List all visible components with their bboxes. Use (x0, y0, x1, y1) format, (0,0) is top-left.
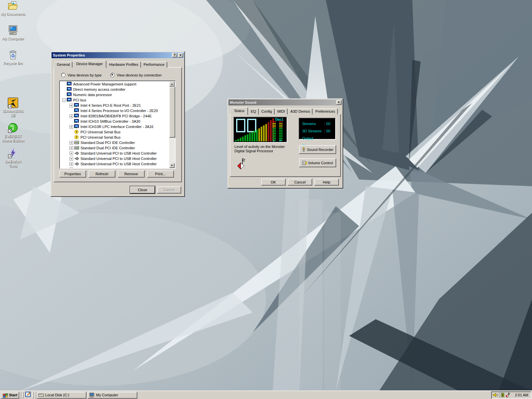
tree-row[interactable]: +Standard Universal PCI to USB Host Cont… (60, 151, 169, 156)
desktop-icon-my-computer[interactable]: My Computer (0, 25, 26, 41)
start-button[interactable]: Start (1, 392, 19, 399)
device-label: PCI Universal Serial Bus (80, 130, 120, 134)
monster-sound-titlebar[interactable]: Monster Sound × (228, 99, 342, 105)
expand-icon[interactable]: + (69, 125, 73, 129)
sound-recorder-button[interactable]: Sound Recorder (299, 145, 336, 154)
tree-row[interactable]: Numeric data processor (60, 92, 169, 97)
clock[interactable]: 2:01 AM (515, 393, 528, 397)
expand-icon[interactable]: + (69, 168, 73, 168)
radio-icon-selected[interactable] (110, 73, 115, 77)
scroll-down-button[interactable]: ▼ (169, 163, 175, 168)
tree-row[interactable]: ?PCI Universal Serial Bus (60, 135, 169, 140)
vu-bar (240, 138, 241, 141)
expand-icon[interactable]: + (69, 152, 73, 155)
tree-row[interactable]: +Standard Dual PCI IDE Controller (60, 145, 169, 151)
desktop-icon-recycle-bin[interactable]: ♻ Recycle Bin (0, 49, 26, 66)
taskbar-grip[interactable] (32, 392, 34, 398)
system-device-icon (67, 92, 72, 97)
volume-control-button[interactable]: Volume Control (299, 158, 336, 167)
desktop-icon-everest[interactable]: i ↗ EVEREST Home Edition (0, 122, 26, 143)
device-tree-listbox[interactable]: Advanced Power Management supportDirect … (59, 80, 176, 169)
remove-button[interactable]: Remove (118, 170, 145, 178)
system-device-icon (67, 87, 72, 91)
task-button-local-disk[interactable]: Local Disk (C:) (37, 392, 86, 399)
system-device-icon (74, 114, 79, 118)
cancel-button[interactable]: Cancel (288, 179, 312, 186)
close-icon[interactable]: × (178, 53, 183, 58)
view-by-type-radio[interactable]: View devices by type (61, 73, 102, 77)
taskbar-grip[interactable] (35, 392, 36, 398)
task-button-my-computer[interactable]: My Computer (87, 392, 137, 399)
tab-status[interactable]: Status (230, 107, 248, 115)
expand-icon[interactable]: + (69, 114, 73, 118)
svg-text:↗: ↗ (9, 105, 11, 108)
refresh-button[interactable]: Refresh (88, 170, 115, 178)
tab-performance[interactable]: Performance (141, 62, 167, 68)
desktop-icon-label: DAEMON (5, 160, 21, 164)
tree-row[interactable]: −PCI bus (60, 97, 169, 103)
tree-row[interactable]: Intel ICH10 SMBus Controller - 3A30 (60, 119, 169, 124)
tab-midi[interactable]: MIDI (275, 108, 288, 115)
tree-row[interactable]: +Intel ICH10R LPC Interface Controller -… (60, 124, 169, 129)
properties-button[interactable]: Properties (59, 170, 86, 178)
help-button[interactable]: ? (172, 53, 177, 58)
expand-icon[interactable]: + (69, 146, 73, 150)
task-label: Local Disk (C:) (45, 393, 69, 397)
usb-controller-icon (74, 156, 79, 161)
expand-icon[interactable]: + (69, 141, 73, 145)
tab-general[interactable]: General (54, 62, 72, 68)
quick-launch-show-desktop[interactable] (24, 391, 32, 399)
help-button[interactable]: Help (314, 179, 339, 186)
tree-row[interactable]: +Intel 4 Series PCI-E Root Port - 2E21 (60, 103, 169, 108)
description-line2: Digital Signal Processor (234, 149, 285, 153)
tab-preferences[interactable]: Preferences (313, 108, 337, 115)
print-button[interactable]: Print... (147, 170, 174, 178)
scrollbar-thumb[interactable] (169, 86, 175, 138)
desktop-icon-my-documents[interactable]: My Documents (0, 1, 26, 16)
radio-icon[interactable] (61, 73, 66, 77)
tab-eq[interactable]: EQ (248, 108, 259, 115)
taskbar-grip[interactable] (22, 392, 24, 398)
vu-bar (270, 120, 272, 141)
tree-row[interactable]: +Intel 82801BA/DB/EB/FB PCI Bridge - 244… (60, 113, 169, 119)
tree-row[interactable]: Direct memory access controller (60, 87, 169, 92)
tree-row[interactable]: +Standard Dual PCI IDE Controller (60, 140, 169, 145)
taskbar-grip[interactable] (20, 392, 21, 398)
usb-controller-icon (74, 167, 79, 168)
monster-sound-tray-icon[interactable] (505, 392, 511, 398)
tree-row[interactable]: Intel 4 Series Processor to I/O Controll… (60, 108, 169, 113)
status-value: : 00 (324, 122, 330, 126)
tree-row[interactable]: ?PCI Universal Serial Bus (60, 129, 169, 135)
tab-config[interactable]: Config (259, 108, 275, 115)
vertical-scrollbar[interactable]: ▲ ▼ (169, 81, 175, 168)
system-properties-tabs: GeneralDevice ManagerHardware ProfilesPe… (54, 61, 182, 68)
desktop-icon-3dmark2001[interactable]: ↗ 3DMark2001 SE (0, 97, 26, 118)
meter-segment (272, 128, 276, 129)
close-button[interactable]: Close (130, 186, 155, 194)
tree-row[interactable]: +Standard Universal PCI to USB Host Cont… (60, 156, 169, 161)
tree-row[interactable]: +Standard Universal PCI to USB Host Cont… (60, 161, 169, 167)
view-by-connection-radio[interactable]: View devices by connection (110, 73, 162, 77)
tab-hardware-profiles[interactable]: Hardware Profiles (106, 62, 141, 68)
meter-segment (279, 135, 283, 136)
collapse-icon[interactable]: − (62, 98, 66, 102)
tab-a3d-demos[interactable]: A3D Demos (288, 108, 313, 115)
tab-device-manager[interactable]: Device Manager (72, 61, 106, 68)
tree-row[interactable]: Advanced Power Management support (60, 81, 169, 87)
left-channel-label: L (273, 139, 275, 142)
device-label: Standard Universal PCI to USB Host Contr… (80, 157, 157, 161)
tree-row[interactable]: +Standard Universal PCI to USB Host Cont… (60, 167, 169, 168)
system-properties-titlebar[interactable]: System Properties ? × (52, 52, 184, 58)
monster-sound-note-icon (235, 157, 247, 171)
nvidia-settings-icon[interactable] (499, 392, 504, 398)
expand-icon[interactable]: + (69, 104, 73, 107)
expand-icon[interactable]: + (69, 157, 73, 161)
daemon-tools-icon: ↗ (7, 148, 19, 159)
device-label: Intel 4 Series PCI-E Root Port - 2E21 (80, 103, 141, 107)
expand-icon[interactable]: + (69, 162, 73, 166)
volume-icon[interactable] (493, 392, 498, 398)
scroll-up-button[interactable]: ▲ (169, 81, 175, 86)
close-icon[interactable]: × (336, 100, 341, 105)
ok-button[interactable]: OK (261, 179, 286, 186)
desktop-icon-daemon-tools[interactable]: ↗ DAEMON Tools (0, 148, 26, 168)
